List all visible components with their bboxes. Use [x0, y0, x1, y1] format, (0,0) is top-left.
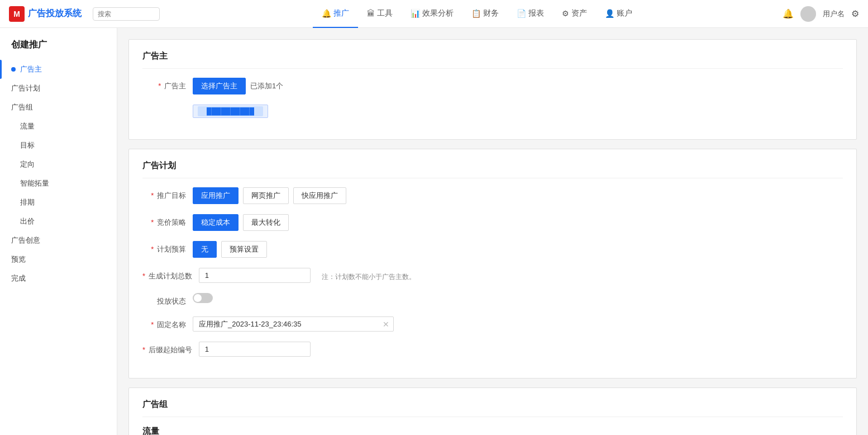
sidebar-item-bid-label: 出价 — [20, 216, 35, 226]
advertiser-section-title: 广告主 — [142, 51, 843, 69]
tools-icon: 🏛 — [367, 9, 375, 18]
advertiser-label: * 广告主 — [142, 78, 193, 91]
nav-item-account[interactable]: 👤 账户 — [596, 0, 641, 28]
bid-strategy-label: * 竞价策略 — [142, 214, 193, 228]
layout: 创建推广 广告主 广告计划 广告组 流量 目标 定向 智能拓量 排期 出价 — [0, 28, 868, 435]
delivery-status-row: 投放状态 — [142, 293, 843, 306]
required-star: * — [158, 82, 161, 90]
sidebar-item-creative-label: 广告创意 — [11, 235, 40, 245]
delivery-status-content — [193, 293, 843, 303]
suffix-input[interactable] — [199, 342, 311, 357]
sidebar-item-schedule-label: 排期 — [20, 197, 35, 207]
fixed-name-input-wrapper: ✕ — [193, 316, 394, 332]
traffic-subtitle: 流量 — [142, 426, 843, 435]
sidebar-item-group[interactable]: 广告组 — [0, 98, 117, 117]
advertiser-tag-text: ██████████ — [198, 106, 263, 116]
advertiser-section: 广告主 * 广告主 选择广告主 已添加1个 ██████████ — [128, 39, 857, 140]
assets-icon: ⚙ — [562, 9, 569, 18]
settings-icon[interactable]: ⚙ — [851, 8, 859, 19]
plan-budget-label: * 计划预算 — [142, 241, 193, 254]
bid-strategy-stable-button[interactable]: 稳定成本 — [193, 214, 239, 231]
group-section-title: 广告组 — [142, 399, 843, 417]
sidebar-item-group-label: 广告组 — [11, 102, 33, 112]
logo-icon: M — [9, 6, 25, 22]
promote-target-quickapp-button[interactable]: 快应用推广 — [293, 187, 346, 204]
fixed-name-clear-icon[interactable]: ✕ — [383, 320, 389, 329]
logo: M 广告投放系统 — [9, 6, 82, 22]
sidebar-item-preview-label: 预览 — [11, 254, 26, 264]
sidebar-item-preview[interactable]: 预览 — [0, 250, 117, 269]
fixed-name-label: * 固定名称 — [142, 316, 193, 330]
sidebar-item-creative[interactable]: 广告创意 — [0, 231, 117, 250]
sidebar-item-plan-label: 广告计划 — [11, 83, 40, 93]
bid-strategy-row: * 竞价策略 稳定成本 最大转化 — [142, 214, 843, 231]
delivery-status-toggle[interactable] — [193, 293, 213, 303]
promote-bell-icon: 🔔 — [322, 9, 331, 18]
account-icon: 👤 — [605, 9, 614, 18]
plan-budget-none-button[interactable]: 无 — [193, 241, 217, 258]
plan-budget-set-button[interactable]: 预算设置 — [221, 241, 267, 258]
sidebar-item-bid[interactable]: 出价 — [0, 212, 117, 231]
total-plans-row: * 生成计划总数 注：计划数不能小于广告主数。 — [142, 268, 843, 283]
nav-item-finance[interactable]: 📋 财务 — [462, 0, 508, 28]
sidebar-item-complete-label: 完成 — [11, 273, 26, 283]
promote-target-webpage-button[interactable]: 网页推广 — [243, 187, 289, 204]
app-title: 广告投放系统 — [28, 8, 82, 20]
nav-item-report-label: 报表 — [528, 8, 544, 18]
nav-item-promote-label: 推广 — [333, 8, 349, 18]
avatar[interactable] — [800, 6, 816, 22]
report-icon: 📄 — [517, 9, 526, 18]
sidebar-title: 创建推广 — [0, 39, 117, 60]
fixed-name-input[interactable] — [193, 316, 394, 332]
toggle-knob — [194, 294, 202, 302]
bid-strategy-content: 稳定成本 最大转化 — [193, 214, 843, 231]
sidebar-item-traffic-label: 流量 — [20, 121, 35, 131]
sidebar-item-orientation[interactable]: 定向 — [0, 155, 117, 174]
sidebar-item-advertiser[interactable]: 广告主 — [0, 60, 117, 79]
nav-search-input[interactable] — [93, 7, 160, 21]
suffix-label: * 后缀起始编号 — [142, 342, 199, 355]
bid-strategy-max-button[interactable]: 最大转化 — [243, 214, 289, 231]
suffix-row: * 后缀起始编号 — [142, 342, 843, 357]
advertiser-tag: ██████████ — [193, 105, 268, 118]
analysis-icon: 📊 — [411, 9, 420, 18]
promote-target-row: * 推广目标 应用推广 网页推广 快应用推广 — [142, 187, 843, 204]
advertiser-tag-empty-label — [142, 105, 193, 108]
advertiser-form-content: 选择广告主 已添加1个 — [193, 78, 843, 94]
added-count-text: 已添加1个 — [250, 81, 283, 91]
sidebar-item-plan[interactable]: 广告计划 — [0, 79, 117, 98]
finance-icon: 📋 — [471, 9, 481, 18]
promote-target-app-button[interactable]: 应用推广 — [193, 187, 239, 204]
sidebar-item-orientation-label: 定向 — [20, 159, 35, 169]
sidebar-item-traffic[interactable]: 流量 — [0, 117, 117, 136]
total-plans-input[interactable] — [199, 268, 311, 283]
notification-bell-icon[interactable]: 🔔 — [783, 8, 794, 19]
nav-item-assets-label: 资产 — [571, 8, 587, 18]
select-advertiser-button[interactable]: 选择广告主 — [193, 78, 246, 94]
sidebar-item-target[interactable]: 目标 — [0, 136, 117, 155]
nav-item-report[interactable]: 📄 报表 — [508, 0, 553, 28]
total-plans-note: 注：计划数不能小于广告主数。 — [322, 269, 416, 282]
sidebar-item-expand-label: 智能拓量 — [20, 178, 49, 188]
plan-section-title: 广告计划 — [142, 160, 843, 178]
plan-budget-content: 无 预算设置 — [193, 241, 843, 258]
promote-target-content: 应用推广 网页推广 快应用推广 — [193, 187, 843, 204]
nav-item-assets[interactable]: ⚙ 资产 — [553, 0, 596, 28]
sidebar-item-advertiser-label: 广告主 — [20, 64, 42, 74]
plan-section: 广告计划 * 推广目标 应用推广 网页推广 快应用推广 * 竞价策略 — [128, 149, 857, 379]
nav-item-promote[interactable]: 🔔 推广 — [313, 0, 358, 28]
nav-item-tools[interactable]: 🏛 工具 — [358, 0, 402, 28]
nav-right: 🔔 用户名 ⚙ — [783, 6, 859, 22]
sidebar-item-schedule[interactable]: 排期 — [0, 193, 117, 212]
promote-target-label: * 推广目标 — [142, 187, 193, 201]
nav-item-analysis[interactable]: 📊 效果分析 — [402, 0, 462, 28]
sidebar-item-complete[interactable]: 完成 — [0, 269, 117, 288]
sidebar-item-expand[interactable]: 智能拓量 — [0, 174, 117, 193]
top-nav: M 广告投放系统 🔔 推广 🏛 工具 📊 效果分析 📋 财务 📄 报表 ⚙ 资产 — [0, 0, 868, 28]
group-section: 广告组 流量 * 推广流量 自有流量 联盟流量 — [128, 387, 857, 435]
plan-budget-row: * 计划预算 无 预算设置 — [142, 241, 843, 258]
nav-items: 🔔 推广 🏛 工具 📊 效果分析 📋 财务 📄 报表 ⚙ 资产 👤 账户 — [171, 0, 783, 28]
nav-item-finance-label: 财务 — [483, 8, 499, 18]
advertiser-tag-content: ██████████ — [193, 105, 843, 118]
nav-item-analysis-label: 效果分析 — [422, 8, 454, 18]
